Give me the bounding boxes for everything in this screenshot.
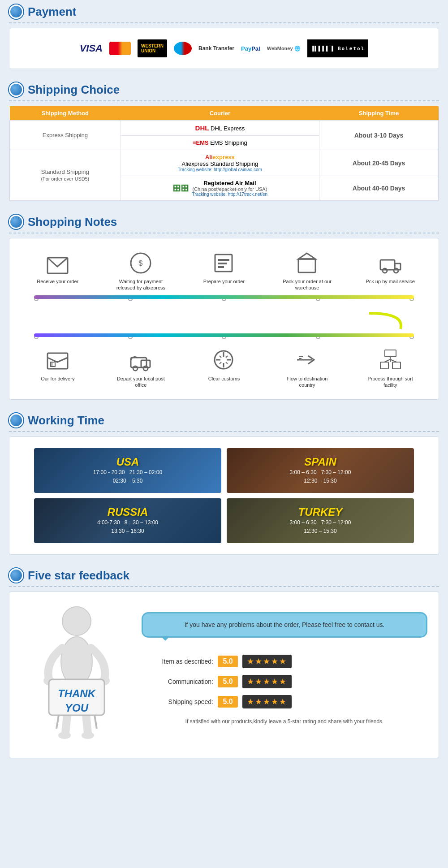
airmail-tracking: Tracking website: http://17track.net/en	[192, 192, 268, 197]
usa-times: 17:00 - 20:30 21:30 – 02:0002:30 – 5:30	[93, 468, 162, 485]
payment-divider	[9, 22, 439, 23]
shipping-section: Shipping Choice Shipping Method Courier …	[0, 78, 448, 210]
pack-label: Pack your order at our warehouse	[280, 278, 334, 291]
feedback-footer: If satisfied with our products,kindly le…	[142, 717, 427, 726]
svg-point-18	[143, 366, 148, 371]
payment-wait-icon: $	[127, 250, 154, 276]
shopping-notes-header: Shopping Notes	[9, 215, 439, 229]
rating-score-item: 5.0	[218, 656, 238, 667]
feedback-title: Five star feedback	[28, 569, 129, 583]
flow-label: Flow to destination country	[280, 376, 334, 389]
svg-text:THANK: THANK	[58, 687, 96, 700]
webmoney-logo: WebMoney 🌐	[267, 39, 301, 57]
prepare-label: Prepare your order	[203, 278, 245, 285]
shipping-divider	[9, 100, 439, 101]
step-prepare: Prepare your order	[197, 250, 251, 285]
svg-text:$: $	[138, 259, 142, 267]
payment-section: Payment VISA WESTERNUNION Bank Transfer …	[0, 0, 448, 78]
working-time-divider	[9, 431, 439, 432]
bank-transfer-logo: Bank Transfer	[198, 39, 234, 57]
col-method: Shipping Method	[10, 106, 121, 121]
working-time-title: Working Time	[28, 414, 104, 428]
ali-logo: Aliexpress	[205, 154, 235, 160]
step-payment: $ Waiting for payment released by alixep…	[114, 250, 168, 291]
figure-area: THANK YOU	[21, 603, 133, 747]
shipping-icon	[9, 82, 23, 97]
stars-ship: ★★★★★	[242, 695, 292, 708]
svg-point-17	[133, 366, 138, 371]
payment-wait-label: Waiting for payment released by alixepre…	[114, 278, 168, 291]
step-pickup: Pck up by mail service	[363, 250, 417, 285]
feedback-divider	[9, 586, 439, 587]
svg-rect-6	[218, 266, 224, 268]
airmail-courier: ⊞⊞ Registered Air Mail (China post/epack…	[121, 176, 319, 201]
usa-card: USA 17:00 - 20:30 21:30 – 02:0002:30 – 5…	[34, 448, 221, 493]
visa-logo: VISA	[80, 39, 103, 57]
svg-rect-22	[392, 362, 401, 369]
shopping-notes-box: Receive your order $ Waiting for payment…	[9, 238, 439, 400]
rating-row-comm: Communication: 5.0 ★★★★★	[142, 675, 427, 688]
spain-card: SPAIN 3:00 – 6:30 7:30 – 12:0012:30 – 15…	[227, 448, 414, 493]
boletol-logo: ▐▌▌▌▌▐ Boletol	[307, 39, 369, 57]
shopping-notes-title: Shopping Notes	[28, 215, 117, 229]
receive-label: Receive your order	[37, 278, 78, 285]
ems-logo: ≡EMS	[193, 139, 209, 146]
step-postoffice: Depart your local post office	[114, 347, 168, 389]
rating-score-comm: 5.0	[218, 676, 238, 687]
svg-rect-7	[298, 259, 315, 272]
svg-text:YOU: YOU	[65, 702, 89, 714]
shipping-header: Shipping Choice	[9, 82, 439, 97]
shipping-table: Shipping Method Courier Shipping Time Ex…	[9, 106, 439, 201]
rating-score-ship: 5.0	[218, 696, 238, 708]
customs-label: Clear customs	[208, 376, 240, 382]
rating-row-item: Item as described: 5.0 ★★★★★	[142, 655, 427, 668]
rating-label-comm: Communication:	[142, 678, 213, 685]
payment-header: Payment	[9, 4, 439, 19]
svg-rect-20	[385, 350, 396, 357]
russia-times: 4:00-7:30 8：30 – 13:0013:30 – 16:30	[97, 518, 158, 535]
usa-name: USA	[116, 456, 139, 468]
feedback-section: Five star feedback	[0, 564, 448, 767]
sort-label: Process through sort facility	[363, 376, 417, 389]
pack-icon	[294, 250, 321, 276]
ali-tracking: Tracking website: http://global.cainiao.…	[126, 167, 314, 172]
payment-icon	[9, 4, 23, 19]
postoffice-icon	[127, 347, 154, 374]
progress-bar-1-container	[16, 293, 432, 303]
flow-icon	[294, 347, 321, 374]
rating-row-ship: Shipping speed: 5.0 ★★★★★	[142, 695, 427, 708]
step-pack: Pack your order at our warehouse	[280, 250, 334, 291]
spain-name: SPAIN	[304, 456, 336, 468]
prepare-icon	[211, 250, 237, 276]
stars-comm: ★★★★★	[242, 675, 292, 688]
col-time: Shipping Time	[319, 106, 439, 121]
shopping-notes-section: Shopping Notes Receive your order $ Wait…	[0, 210, 448, 409]
working-grid: USA 17:00 - 20:30 21:30 – 02:0002:30 – 5…	[16, 444, 432, 548]
express-method: Express Shipping	[10, 121, 121, 150]
spain-times: 3:00 – 6:30 7:30 – 12:0012:30 – 15:30	[290, 468, 351, 485]
stars-item: ★★★★★	[242, 655, 292, 668]
step-customs: Clear customs	[197, 347, 251, 382]
working-time-header: Working Time	[9, 413, 439, 428]
standard-time-2: About 40-60 Days	[319, 176, 439, 201]
receive-icon	[44, 250, 71, 276]
table-row: Express Shipping DHL DHL Express About 3…	[10, 121, 439, 136]
shipping-title: Shipping Choice	[28, 83, 120, 97]
working-time-icon	[9, 413, 23, 428]
russia-card: RUSSIA 4:00-7:30 8：30 – 13:0013:30 – 16:…	[34, 498, 221, 543]
svg-point-26	[62, 607, 91, 635]
svg-point-12	[383, 268, 387, 273]
aliexpress-courier: Aliexpress Aliexpress Standard Shipping …	[121, 150, 319, 176]
shopping-notes-divider	[9, 233, 439, 233]
step-sort: Process through sort facility	[363, 347, 417, 389]
progress-bar-2	[34, 333, 414, 337]
step-flow: Flow to destination country	[280, 347, 334, 389]
feedback-right: If you have any problems about the order…	[142, 603, 427, 726]
steps-container: Receive your order $ Waiting for payment…	[16, 245, 432, 393]
svg-point-13	[394, 268, 398, 273]
curve-connector	[16, 309, 432, 331]
figure-wrapper: THANK YOU	[32, 603, 121, 747]
maestro-logo	[174, 39, 192, 57]
svg-rect-5	[218, 263, 227, 264]
turkey-card: TURKEY 3:00 – 6:30 7:30 – 12:0012:30 – 1…	[227, 498, 414, 543]
